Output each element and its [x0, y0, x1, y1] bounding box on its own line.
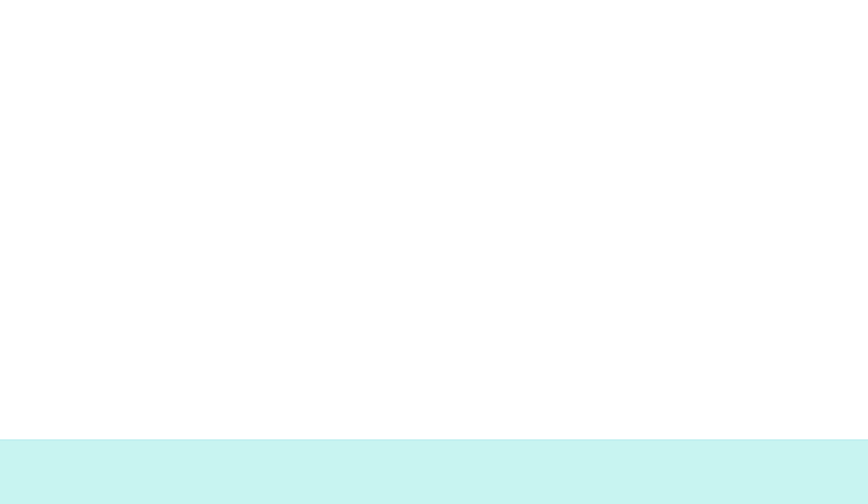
weather-chart-window: [0, 0, 868, 504]
summary-table: [0, 439, 868, 504]
legend: [0, 0, 868, 46]
